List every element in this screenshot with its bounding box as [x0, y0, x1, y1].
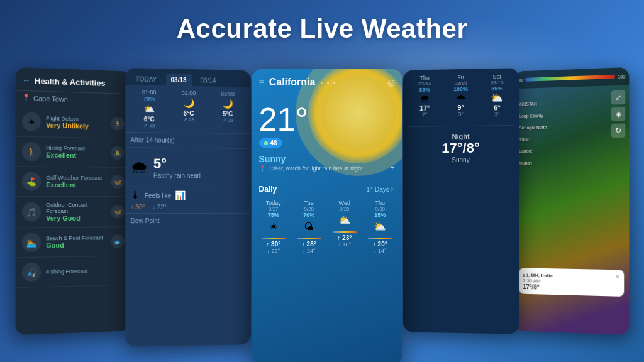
- back-arrow-icon[interactable]: ←: [21, 75, 30, 85]
- pin2-icon: 📍: [259, 165, 266, 172]
- hike-icon: 🚶: [21, 142, 40, 162]
- umbrella-icon: ☂: [390, 165, 395, 172]
- tab-today[interactable]: TODAY: [130, 73, 162, 85]
- chart-icon: 📊: [175, 190, 186, 200]
- hourly-tabs: TODAY 03/13 03/14: [125, 68, 251, 87]
- pin-icon: 📍: [21, 94, 30, 102]
- hour-col-2: 02:00 🌙 6°C ↗ 28: [170, 90, 207, 129]
- rain2-icon: 🌧: [408, 92, 441, 104]
- patchy-rain-row: 🌧 5° Patchy rain nearl: [125, 148, 251, 187]
- day-col-1: Today 9/27 75% ☀ ↑ 30° ↓ 22°: [257, 197, 291, 256]
- weather-description: 📍 Clear, watch for light rain late at ni…: [252, 165, 402, 172]
- cloud4-icon: ⛅: [480, 92, 514, 104]
- cards-container: ← Health & Activities 📍 Cape Town ✈ Flig…: [0, 69, 644, 362]
- temperature-color-bar: [525, 75, 615, 82]
- flight-icon: ✈: [21, 112, 40, 131]
- health-item[interactable]: 🚶 Hiking Forecast Excellent 🚴: [15, 137, 130, 168]
- close-icon[interactable]: ✕: [615, 273, 620, 280]
- health-item[interactable]: 🎣 Fishing Forecast: [15, 256, 130, 288]
- weekly-forecast-card: Thu 03/14 83% 🌧 17° 7° Fri 03/15 100% 🌧 …: [402, 68, 519, 334]
- map-tooltip: ali, MH, India ✕ 7:30 AM 17°/8°: [519, 268, 624, 297]
- temp-main-section: 21° 48: [252, 90, 402, 150]
- dew-point-row: Dew Point: [125, 213, 251, 228]
- fish-icon: 🐟: [111, 234, 124, 248]
- california-weather-card: ≡ California • • • ◎ 21° 48 Sunny 📍 Clea…: [252, 69, 402, 362]
- layers-icon[interactable]: ◈: [611, 107, 625, 121]
- location-icon[interactable]: ◎: [387, 77, 395, 87]
- day-col-2: Tue 9/28 70% 🌤 ↑ 28° ↓ 24°: [292, 197, 326, 256]
- health-card-header: ← Health & Activities: [15, 67, 130, 94]
- concert-icon: 🎵: [21, 202, 40, 221]
- health-title: Health & Activities: [35, 76, 105, 88]
- run-icon: 🏃: [111, 117, 124, 131]
- rain3-icon: 🌧: [443, 92, 477, 104]
- health-item[interactable]: ⛳ Golf Weather Forecast Excellent 🦋: [15, 167, 130, 197]
- thermometer-icon: 🌡: [130, 190, 140, 201]
- bike-icon: 🚴: [111, 146, 124, 160]
- hourly-forecast-card: TODAY 03/13 03/14 01:00 79% ⛅ 6°C ↗ 28 0…: [125, 68, 251, 347]
- day-col-3: Wed 9/29 ⛅ ↑ 23° ↓ 16°: [328, 197, 362, 256]
- butterfly-icon: 🦋: [111, 175, 124, 189]
- partly-cloudy-icon: 🌤: [294, 218, 324, 236]
- sun2-icon: ☀: [259, 218, 289, 236]
- moon-icon: 🌙: [170, 96, 207, 111]
- menu-icon[interactable]: ≡: [259, 77, 264, 87]
- feels-like-row: 🌡 Feels like 📊: [125, 187, 251, 204]
- california-header: ≡ California • • • ◎: [252, 69, 402, 90]
- weekly-day-3: Sat 03/16 85% ⛅ 6° 3°: [480, 74, 514, 118]
- page-title: Accurate Live Weather: [0, 14, 644, 44]
- feels-low: ↓ 22°: [152, 204, 166, 211]
- divider: [259, 178, 395, 178]
- city-name: California: [269, 77, 316, 88]
- main-temperature: 21°: [259, 103, 395, 136]
- butterfly2-icon: 🦋: [111, 205, 124, 219]
- map-color-bar-row: 30 100: [514, 67, 629, 89]
- tab-date1[interactable]: 03/13: [165, 74, 191, 86]
- health-item[interactable]: 🏊 Beach & Pool Forecast Good 🐟: [15, 227, 130, 258]
- dots-indicator: • • •: [320, 79, 336, 86]
- rain-icon: 🌧: [130, 157, 148, 178]
- weekly-divider: [408, 125, 514, 127]
- tab-date2[interactable]: 03/14: [195, 74, 221, 87]
- weekly-day-2: Fri 03/15 100% 🌧 9° 3°: [443, 74, 477, 119]
- map-place-labels: AKISTAN Loop County Srinagar North TIBET…: [519, 101, 547, 172]
- aqi-badge: 48: [259, 138, 282, 148]
- weekly-header: Thu 03/14 83% 🌧 17° 7° Fri 03/15 100% 🌧 …: [402, 68, 519, 124]
- health-item[interactable]: 🎵 Outdoor Concert Forecast Very Good 🦋: [15, 197, 130, 228]
- swim-icon: 🏊: [21, 233, 40, 252]
- fish2-icon: 🎣: [21, 263, 40, 282]
- map-background: 30 100 ⤢ ◈ ↻ AKISTAN Loop County Srinaga…: [514, 67, 629, 335]
- health-activities-card: ← Health & Activities 📍 Cape Town ✈ Flig…: [15, 67, 130, 335]
- cloud2-icon: ⛅: [330, 212, 360, 230]
- health-item[interactable]: ✈ Flight Delays Very Unlikely 🏃: [15, 107, 130, 139]
- weekly-day-1: Thu 03/14 83% 🌧 17° 7°: [408, 75, 441, 119]
- night-section: Night 17°/8° Sunny: [402, 128, 519, 167]
- expand-icon[interactable]: ⤢: [611, 90, 625, 105]
- golf-icon: ⛳: [21, 172, 40, 190]
- hour-col-3: 03:00 🌙 5°C ↗ 28: [209, 90, 246, 130]
- after-hours-label: After 14 hour(s): [125, 133, 251, 149]
- days-link[interactable]: 14 Days >: [366, 186, 394, 193]
- feels-high: ↑ 30°: [130, 204, 145, 211]
- weather-condition: Sunny: [252, 150, 402, 165]
- hour-col-1: 01:00 79% ⛅ 6°C ↗ 28: [130, 89, 167, 129]
- aqi-dot: [264, 141, 268, 145]
- day-col-4: Thu 9/30 15% ⛅ ↑ 20° ↓ 14°: [363, 197, 397, 256]
- map-controls: ⤢ ◈ ↻: [611, 90, 625, 138]
- hourly-row: 01:00 79% ⛅ 6°C ↗ 28 02:00 🌙 6°C ↗ 28 03…: [125, 85, 251, 134]
- refresh-icon[interactable]: ↻: [611, 123, 625, 138]
- moon2-icon: 🌙: [209, 97, 246, 111]
- daily-header: Daily 14 Days >: [252, 185, 402, 197]
- daily-forecast-row: Today 9/27 75% ☀ ↑ 30° ↓ 22° Tue 9/28 70…: [252, 197, 402, 256]
- cloud3-icon: ⛅: [365, 218, 395, 236]
- cloud-icon: ⛅: [130, 102, 167, 116]
- weather-map-card: 30 100 ⤢ ◈ ↻ AKISTAN Loop County Srinaga…: [514, 67, 629, 335]
